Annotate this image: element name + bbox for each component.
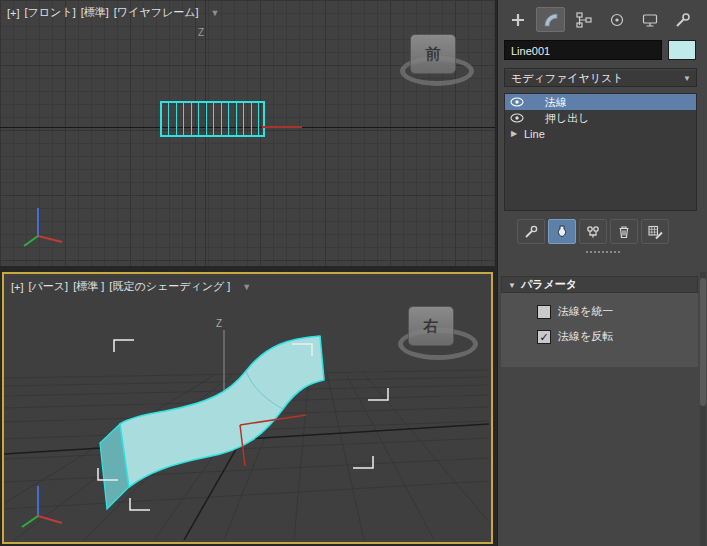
- utilities-wrench-icon: [674, 11, 692, 29]
- viewport-menu-view[interactable]: [フロント]: [25, 5, 76, 20]
- panel-splitter-handle[interactable]: [586, 251, 620, 253]
- configure-modifier-sets-button[interactable]: [641, 219, 669, 244]
- eye-icon[interactable]: [510, 97, 524, 107]
- expand-arrow-icon[interactable]: ▶: [511, 126, 517, 142]
- viewport-front-label-bar: [+] [フロント] [標準] [ワイヤフレーム] ▼: [7, 5, 219, 20]
- extruded-spline-wireframe[interactable]: [160, 101, 265, 137]
- viewport-menu-plus[interactable]: [+]: [7, 7, 20, 19]
- tab-utilities[interactable]: [668, 7, 697, 32]
- tab-motion[interactable]: [602, 7, 631, 32]
- modifier-name: 法線: [545, 94, 567, 110]
- tab-modify[interactable]: [536, 7, 565, 32]
- eye-icon[interactable]: [510, 113, 524, 123]
- object-name-field[interactable]: Line001: [504, 40, 662, 60]
- rollout-title: パラメータ: [521, 278, 577, 290]
- flip-normals-row: ✓ 法線を反転: [537, 329, 613, 344]
- remove-modifier-button[interactable]: [610, 219, 638, 244]
- modifier-name: 押し出し: [545, 110, 590, 126]
- world-axis-tripod: [18, 198, 68, 248]
- modify-icon: [545, 14, 557, 26]
- viewport-menu-plus[interactable]: [+]: [11, 281, 24, 293]
- viewport-front[interactable]: [+] [フロント] [標準] [ワイヤフレーム] ▼ Z 前: [0, 0, 495, 266]
- parameters-rollout-header[interactable]: ▼パラメータ: [501, 276, 698, 293]
- tab-display[interactable]: [635, 7, 664, 32]
- flip-normals-label: 法線を反転: [558, 329, 613, 344]
- viewport-menu-view[interactable]: [パース]: [29, 279, 69, 294]
- viewport-perspective[interactable]: Z [+] [パース] [標準 ] [既定のシ: [2, 272, 493, 544]
- command-panel-tabs: [503, 7, 697, 32]
- object-color-swatch[interactable]: [668, 40, 696, 60]
- viewport-menu-triangle-icon[interactable]: ▼: [211, 8, 220, 18]
- stack-toolbar: [517, 219, 669, 244]
- command-panel: Line001 モディファイヤリスト ▼ 法線 押し出し: [497, 0, 707, 546]
- rollout-arrow-icon: ▼: [508, 281, 516, 290]
- viewport-menu-triangle-icon[interactable]: ▼: [242, 282, 251, 292]
- 3dsmax-window: [+] [フロント] [標準] [ワイヤフレーム] ▼ Z 前: [0, 0, 707, 546]
- flip-normals-checkbox[interactable]: ✓: [537, 330, 551, 344]
- display-icon: [641, 11, 659, 29]
- show-end-result-button[interactable]: [548, 219, 576, 244]
- show-end-result-icon: [554, 224, 570, 240]
- make-unique-button[interactable]: [579, 219, 607, 244]
- unify-normals-row: 法線を統一: [537, 304, 613, 319]
- check-icon: ✓: [539, 331, 548, 343]
- viewport-menu-shading[interactable]: [既定のシェーディング ]: [109, 279, 230, 294]
- modifier-list-dropdown[interactable]: モディファイヤリスト ▼: [504, 68, 697, 87]
- parameters-rollout-body: 法線を統一 ✓ 法線を反転: [501, 293, 698, 367]
- stack-row-extrude[interactable]: 押し出し: [505, 110, 696, 126]
- viewport-menu-style[interactable]: [標準 ]: [73, 279, 104, 294]
- z-axis-label: Z: [216, 318, 222, 329]
- extruded-surface[interactable]: [120, 336, 324, 487]
- stack-row-line[interactable]: ▶ Line: [505, 126, 696, 142]
- unify-normals-label: 法線を統一: [558, 304, 613, 319]
- modifier-list-label: モディファイヤリスト: [511, 72, 624, 84]
- viewcube-right-face[interactable]: 右: [408, 306, 454, 346]
- pin-icon: [523, 224, 539, 240]
- trash-icon: [616, 224, 632, 240]
- x-axis-red-segment: [262, 126, 302, 128]
- hierarchy-icon: [575, 11, 593, 29]
- viewport-menu-style[interactable]: [標準]: [81, 5, 109, 20]
- base-object-name: Line: [524, 126, 545, 142]
- chevron-down-icon: ▼: [683, 69, 691, 88]
- viewport-persp-label-bar: [+] [パース] [標準 ] [既定のシェーディング ] ▼: [11, 279, 251, 294]
- create-plus-icon: [512, 14, 524, 26]
- tab-hierarchy[interactable]: [569, 7, 598, 32]
- pin-stack-button[interactable]: [517, 219, 545, 244]
- modifier-stack: 法線 押し出し ▶ Line: [504, 93, 697, 211]
- world-axis-tripod: [16, 476, 68, 530]
- viewcube[interactable]: 前: [396, 28, 480, 120]
- stack-row-normal[interactable]: 法線: [505, 94, 696, 110]
- motion-icon: [608, 11, 626, 29]
- panel-scrollbar[interactable]: [700, 272, 706, 546]
- configure-sets-icon: [647, 224, 663, 240]
- viewcube-front-face[interactable]: 前: [410, 34, 456, 74]
- z-axis-label: Z: [198, 27, 204, 38]
- panel-scrollbar-thumb[interactable]: [700, 278, 706, 406]
- tab-create[interactable]: [503, 7, 532, 32]
- viewcube[interactable]: 右: [394, 300, 478, 392]
- viewport-menu-shading[interactable]: [ワイヤフレーム]: [114, 5, 199, 20]
- unify-normals-checkbox[interactable]: [537, 305, 551, 319]
- make-unique-icon: [585, 224, 601, 240]
